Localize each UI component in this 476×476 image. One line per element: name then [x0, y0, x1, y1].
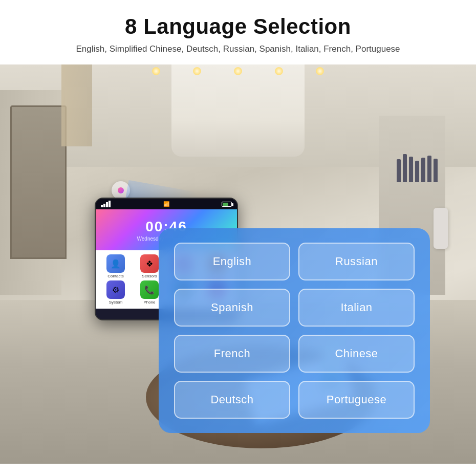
bottle-3: [409, 157, 413, 182]
page-subtitle: English, Simplified Chinese, Deutsch, Ru…: [31, 44, 445, 54]
lang-btn-chinese[interactable]: Chinese: [298, 335, 415, 373]
signal-bars-icon: [101, 201, 111, 207]
recessed-lights: [136, 67, 340, 75]
bottle-7: [434, 159, 438, 182]
lang-btn-portuguese[interactable]: Portuguese: [298, 381, 415, 419]
lang-btn-spanish[interactable]: Spanish: [174, 289, 290, 327]
app-label-contacts: Contacts: [107, 274, 124, 278]
lang-btn-english[interactable]: English: [174, 243, 290, 280]
device-status-bar: 📶: [96, 199, 237, 209]
battery-icon: [222, 202, 232, 207]
app-item-system[interactable]: ⚙System: [100, 280, 132, 305]
app-item-contacts[interactable]: 👤Contacts: [100, 254, 132, 278]
app-label-sensors: Sensors: [142, 274, 157, 278]
app-icon-contacts: 👤: [106, 254, 125, 273]
bottle-5: [421, 158, 425, 182]
wifi-icon: 📶: [163, 201, 169, 207]
lang-btn-russian[interactable]: Russian: [298, 243, 415, 280]
wall-device-right: [434, 208, 448, 249]
bottle-4: [415, 161, 419, 182]
app-label-system: System: [109, 300, 123, 305]
small-device-dot: [118, 187, 124, 193]
page-title: 8 Language Selection: [31, 14, 445, 39]
language-panel: EnglishRussianSpanishItalianFrenchChines…: [159, 228, 430, 433]
app-icon-sensors: ❖: [140, 254, 159, 273]
language-grid: EnglishRussianSpanishItalianFrenchChines…: [174, 243, 415, 419]
recessed-light-1: [152, 67, 160, 75]
header-section: 8 Language Selection English, Simplified…: [0, 0, 476, 64]
app-icon-phone: 📞: [140, 280, 159, 299]
bottle-1: [397, 159, 401, 182]
lang-btn-italian[interactable]: Italian: [298, 289, 415, 327]
app-label-phone: Phone: [143, 300, 155, 305]
bottle-2: [403, 154, 407, 182]
door-frame: [10, 105, 67, 259]
ceiling-light-fixture: [171, 64, 305, 157]
lang-btn-deutsch[interactable]: Deutsch: [174, 381, 290, 419]
curtain-left: [61, 64, 92, 146]
app-icon-system: ⚙: [106, 280, 125, 299]
recessed-light-3: [234, 67, 242, 75]
bottle-6: [427, 156, 431, 182]
recessed-light-4: [275, 67, 283, 75]
shelf-bottles: [397, 154, 438, 182]
room-container: 📶 00:46 Wednesday Sep 11 2019 👤Contacts❖…: [0, 64, 476, 464]
recessed-light-2: [193, 67, 201, 75]
lang-btn-french[interactable]: French: [174, 335, 290, 373]
battery-fill: [223, 203, 228, 206]
recessed-light-5: [316, 67, 324, 75]
